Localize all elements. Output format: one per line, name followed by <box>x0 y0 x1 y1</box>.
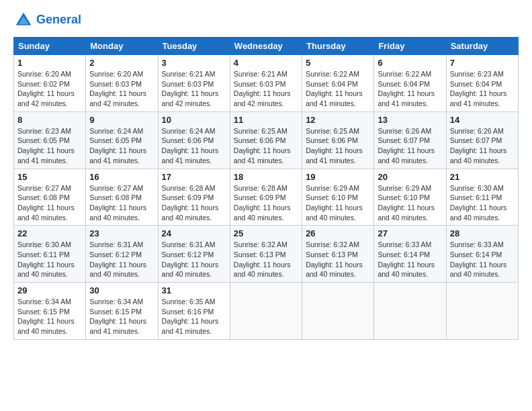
day-info: Sunrise: 6:35 AMSunset: 6:16 PMDaylight:… <box>162 297 226 336</box>
day-info: Sunrise: 6:32 AMSunset: 6:13 PMDaylight:… <box>306 240 370 279</box>
day-info: Sunrise: 6:20 AMSunset: 6:02 PMDaylight:… <box>17 69 82 109</box>
calendar-cell: 13Sunrise: 6:26 AMSunset: 6:07 PMDayligh… <box>374 111 446 169</box>
day-info: Sunrise: 6:30 AMSunset: 6:11 PMDaylight:… <box>450 183 515 223</box>
day-number: 12 <box>306 115 370 125</box>
day-info: Sunrise: 6:21 AMSunset: 6:03 PMDaylight:… <box>234 69 298 109</box>
day-number: 6 <box>378 58 442 68</box>
day-number: 30 <box>89 285 154 295</box>
day-number: 24 <box>162 228 226 238</box>
day-info: Sunrise: 6:32 AMSunset: 6:13 PMDaylight:… <box>234 240 298 279</box>
day-info: Sunrise: 6:25 AMSunset: 6:06 PMDaylight:… <box>234 126 298 166</box>
calendar-cell: 17Sunrise: 6:28 AMSunset: 6:09 PMDayligh… <box>158 169 230 226</box>
calendar-cell <box>230 283 302 340</box>
calendar-cell: 23Sunrise: 6:31 AMSunset: 6:12 PMDayligh… <box>86 226 158 283</box>
calendar-cell: 30Sunrise: 6:34 AMSunset: 6:15 PMDayligh… <box>86 283 158 340</box>
day-info: Sunrise: 6:24 AMSunset: 6:06 PMDaylight:… <box>162 126 226 166</box>
calendar-cell: 28Sunrise: 6:33 AMSunset: 6:14 PMDayligh… <box>446 226 518 283</box>
day-number: 5 <box>306 58 370 68</box>
calendar-table: SundayMondayTuesdayWednesdayThursdayFrid… <box>13 37 519 340</box>
calendar-day-header: Thursday <box>302 38 374 55</box>
day-number: 20 <box>378 172 442 182</box>
day-info: Sunrise: 6:25 AMSunset: 6:06 PMDaylight:… <box>306 126 370 166</box>
calendar-cell: 12Sunrise: 6:25 AMSunset: 6:06 PMDayligh… <box>302 111 374 169</box>
day-info: Sunrise: 6:23 AMSunset: 6:04 PMDaylight:… <box>450 69 515 109</box>
calendar-cell: 2Sunrise: 6:20 AMSunset: 6:03 PMDaylight… <box>86 55 158 112</box>
calendar-day-header: Monday <box>86 38 158 55</box>
calendar-cell: 27Sunrise: 6:33 AMSunset: 6:14 PMDayligh… <box>374 226 446 283</box>
day-info: Sunrise: 6:29 AMSunset: 6:10 PMDaylight:… <box>306 183 370 223</box>
day-number: 23 <box>89 228 154 238</box>
day-number: 3 <box>162 58 226 68</box>
day-info: Sunrise: 6:23 AMSunset: 6:05 PMDaylight:… <box>17 126 82 166</box>
calendar-cell: 7Sunrise: 6:23 AMSunset: 6:04 PMDaylight… <box>446 55 518 112</box>
calendar-cell: 14Sunrise: 6:26 AMSunset: 6:07 PMDayligh… <box>446 111 518 169</box>
logo-icon <box>13 10 34 30</box>
day-info: Sunrise: 6:27 AMSunset: 6:08 PMDaylight:… <box>17 183 82 223</box>
day-info: Sunrise: 6:26 AMSunset: 6:07 PMDaylight:… <box>378 126 442 166</box>
day-number: 22 <box>17 228 82 238</box>
day-info: Sunrise: 6:31 AMSunset: 6:12 PMDaylight:… <box>89 240 154 279</box>
calendar-cell: 6Sunrise: 6:22 AMSunset: 6:04 PMDaylight… <box>374 55 446 112</box>
calendar-cell <box>374 283 446 340</box>
calendar-cell: 3Sunrise: 6:21 AMSunset: 6:03 PMDaylight… <box>158 55 230 112</box>
calendar-day-header: Friday <box>374 38 446 55</box>
calendar-cell: 29Sunrise: 6:34 AMSunset: 6:15 PMDayligh… <box>14 283 86 340</box>
day-info: Sunrise: 6:21 AMSunset: 6:03 PMDaylight:… <box>162 69 226 109</box>
day-number: 10 <box>162 115 226 125</box>
calendar-cell <box>446 283 518 340</box>
day-info: Sunrise: 6:26 AMSunset: 6:07 PMDaylight:… <box>450 126 515 166</box>
calendar-cell: 10Sunrise: 6:24 AMSunset: 6:06 PMDayligh… <box>158 111 230 169</box>
day-info: Sunrise: 6:28 AMSunset: 6:09 PMDaylight:… <box>162 183 226 223</box>
calendar-cell: 26Sunrise: 6:32 AMSunset: 6:13 PMDayligh… <box>302 226 374 283</box>
calendar-cell: 25Sunrise: 6:32 AMSunset: 6:13 PMDayligh… <box>230 226 302 283</box>
day-number: 26 <box>306 228 370 238</box>
calendar-day-header: Wednesday <box>230 38 302 55</box>
day-info: Sunrise: 6:33 AMSunset: 6:14 PMDaylight:… <box>378 240 442 279</box>
calendar-week-row: 8Sunrise: 6:23 AMSunset: 6:05 PMDaylight… <box>14 111 519 169</box>
logo-text: General <box>36 13 81 27</box>
day-info: Sunrise: 6:27 AMSunset: 6:08 PMDaylight:… <box>89 183 154 223</box>
calendar-cell: 15Sunrise: 6:27 AMSunset: 6:08 PMDayligh… <box>14 169 86 226</box>
day-number: 21 <box>450 172 515 182</box>
day-info: Sunrise: 6:33 AMSunset: 6:14 PMDaylight:… <box>450 240 515 279</box>
day-number: 18 <box>234 172 298 182</box>
day-info: Sunrise: 6:22 AMSunset: 6:04 PMDaylight:… <box>306 69 370 109</box>
day-number: 2 <box>89 58 154 68</box>
day-number: 25 <box>234 228 298 238</box>
day-info: Sunrise: 6:28 AMSunset: 6:09 PMDaylight:… <box>234 183 298 223</box>
day-info: Sunrise: 6:30 AMSunset: 6:11 PMDaylight:… <box>17 240 82 279</box>
calendar-cell: 24Sunrise: 6:31 AMSunset: 6:12 PMDayligh… <box>158 226 230 283</box>
day-number: 27 <box>378 228 442 238</box>
day-number: 15 <box>17 172 82 182</box>
day-info: Sunrise: 6:31 AMSunset: 6:12 PMDaylight:… <box>162 240 226 279</box>
calendar-cell: 11Sunrise: 6:25 AMSunset: 6:06 PMDayligh… <box>230 111 302 169</box>
calendar-cell <box>302 283 374 340</box>
day-number: 7 <box>450 58 515 68</box>
day-info: Sunrise: 6:34 AMSunset: 6:15 PMDaylight:… <box>17 297 82 336</box>
day-number: 16 <box>89 172 154 182</box>
day-number: 8 <box>17 115 82 125</box>
day-number: 14 <box>450 115 515 125</box>
day-info: Sunrise: 6:24 AMSunset: 6:05 PMDaylight:… <box>89 126 154 166</box>
calendar-day-header: Tuesday <box>158 38 230 55</box>
calendar-cell: 31Sunrise: 6:35 AMSunset: 6:16 PMDayligh… <box>158 283 230 340</box>
header: General <box>13 10 519 30</box>
calendar-cell: 5Sunrise: 6:22 AMSunset: 6:04 PMDaylight… <box>302 55 374 112</box>
logo: General <box>13 10 81 30</box>
day-number: 19 <box>306 172 370 182</box>
calendar-day-header: Sunday <box>14 38 86 55</box>
day-number: 13 <box>378 115 442 125</box>
calendar-cell: 18Sunrise: 6:28 AMSunset: 6:09 PMDayligh… <box>230 169 302 226</box>
calendar-header-row: SundayMondayTuesdayWednesdayThursdayFrid… <box>14 38 519 55</box>
day-number: 1 <box>17 58 82 68</box>
calendar-cell: 9Sunrise: 6:24 AMSunset: 6:05 PMDaylight… <box>86 111 158 169</box>
calendar-cell: 19Sunrise: 6:29 AMSunset: 6:10 PMDayligh… <box>302 169 374 226</box>
day-number: 28 <box>450 228 515 238</box>
day-number: 17 <box>162 172 226 182</box>
day-number: 4 <box>234 58 298 68</box>
calendar-week-row: 29Sunrise: 6:34 AMSunset: 6:15 PMDayligh… <box>14 283 519 340</box>
day-number: 31 <box>162 285 226 295</box>
day-info: Sunrise: 6:22 AMSunset: 6:04 PMDaylight:… <box>378 69 442 109</box>
calendar-cell: 21Sunrise: 6:30 AMSunset: 6:11 PMDayligh… <box>446 169 518 226</box>
day-number: 9 <box>89 115 154 125</box>
